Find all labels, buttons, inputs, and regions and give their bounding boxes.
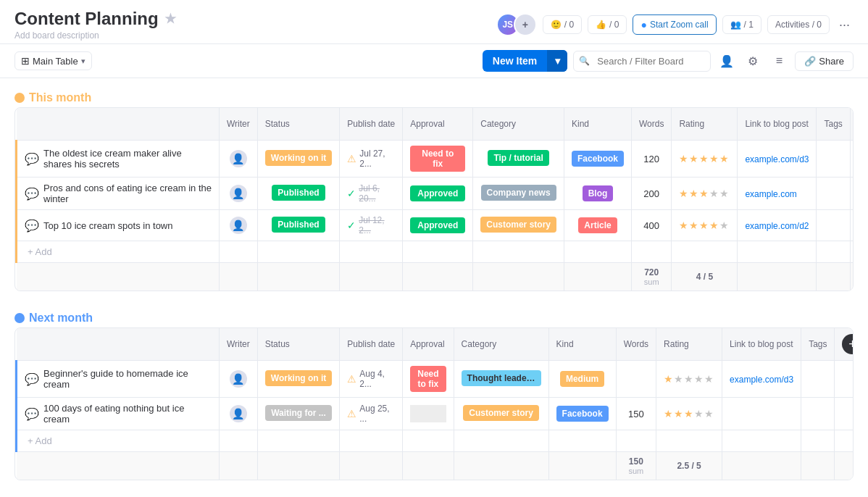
main-table-button[interactable]: ⊞ Main Table ▾ [14, 51, 92, 70]
row-status-cell[interactable]: Waiting for ... [257, 398, 339, 430]
star-icon[interactable]: ★ [164, 11, 176, 27]
search-input[interactable] [573, 51, 711, 72]
row-writer-cell: 👤 [220, 141, 258, 178]
row-approval-cell[interactable]: Approved [403, 210, 473, 241]
kind-badge: Facebook [572, 151, 624, 167]
th-add-column[interactable]: + [835, 328, 854, 361]
row-status-cell[interactable]: Working on it [257, 361, 339, 398]
avatar-plus[interactable]: + [514, 13, 537, 36]
filter-icon[interactable]: ≡ [769, 51, 789, 71]
writer-avatar[interactable]: 👤 [230, 217, 247, 234]
settings-icon[interactable]: ⚙ [743, 51, 763, 71]
row-approval-cell[interactable]: Need to fix [403, 141, 473, 178]
star-filled-icon: ★ [699, 153, 709, 164]
row-rating-cell[interactable]: ★★★★★ [672, 178, 738, 210]
row-tags-cell[interactable] [801, 361, 835, 398]
comment-icon[interactable]: 💬 [25, 219, 39, 233]
row-link-cell[interactable]: example.com/d3 [722, 361, 801, 398]
blog-link[interactable]: example.com [745, 189, 796, 199]
star-filled-icon: ★ [719, 153, 730, 164]
star-empty-icon: ★ [719, 188, 730, 199]
row-rating-cell[interactable]: ★★★★★ [656, 398, 722, 430]
row-category-cell[interactable]: Tip / tutorial [473, 141, 564, 178]
new-item-dropdown-icon[interactable]: ▾ [547, 50, 567, 72]
writer-avatar[interactable]: 👤 [230, 150, 247, 167]
row-category-cell[interactable]: Customer story [454, 398, 548, 430]
add-row-cell[interactable]: + Add [17, 241, 220, 263]
row-rating-cell[interactable]: ★★★★★ [656, 361, 722, 398]
star-filled-icon: ★ [679, 153, 689, 164]
publish-date-text: Jul 12, 2... [359, 215, 395, 235]
zoom-button[interactable]: ● Start Zoom call [633, 14, 716, 35]
add-row-tags [801, 430, 835, 452]
row-publish-cell[interactable]: ⚠Jul 27, 2... [340, 141, 403, 178]
likes-button[interactable]: 👍 / 0 [588, 15, 627, 34]
writer-avatar[interactable]: 👤 [230, 405, 247, 422]
row-link-cell[interactable]: example.com [738, 178, 817, 210]
add-row-cell[interactable]: + Add [17, 430, 220, 452]
add-column-button[interactable]: + [842, 334, 854, 354]
person-filter-icon[interactable]: 👤 [717, 51, 737, 71]
row-writer-cell: 👤 [220, 178, 258, 210]
add-row[interactable]: + Add [17, 430, 854, 452]
more-button[interactable]: ··· [835, 14, 854, 36]
star-empty-icon: ★ [684, 373, 694, 385]
row-publish-cell[interactable]: ✓Jul 6, 20... [340, 178, 403, 210]
approval-badge: Approved [410, 185, 465, 201]
board-description[interactable]: Add board description [14, 30, 176, 41]
summary-approval [403, 452, 454, 480]
row-rating-cell[interactable]: ★★★★★ [672, 141, 738, 178]
reactions-button[interactable]: 🙂 / 0 [543, 15, 582, 34]
new-item-button[interactable]: New Item ▾ [483, 50, 567, 72]
row-approval-cell[interactable]: Need to fix [403, 361, 454, 398]
comment-icon[interactable]: 💬 [25, 372, 39, 386]
th-words: Words [616, 328, 656, 361]
activities-button[interactable]: Activities / 0 [767, 15, 830, 34]
row-approval-cell[interactable] [403, 398, 454, 430]
row-status-cell[interactable]: Published [257, 178, 339, 210]
row-category-cell[interactable]: Customer story [473, 210, 564, 241]
row-approval-cell[interactable]: Approved [403, 178, 473, 210]
row-link-cell[interactable] [722, 398, 801, 430]
row-kind-cell[interactable]: Blog [564, 178, 631, 210]
add-row[interactable]: + Add [17, 241, 854, 263]
row-kind-cell[interactable]: Medium [548, 361, 616, 398]
row-add-cell [850, 210, 854, 241]
star-filled-icon: ★ [679, 220, 689, 231]
row-tags-cell[interactable] [817, 210, 850, 241]
row-publish-cell[interactable]: ⚠Aug 4, 2... [340, 361, 403, 398]
comment-icon[interactable]: 💬 [25, 152, 39, 166]
comment-icon[interactable]: 💬 [25, 407, 39, 421]
avatar-group[interactable]: JS + [496, 13, 537, 36]
row-status-cell[interactable]: Published [257, 210, 339, 241]
th-add-column[interactable]: + [850, 108, 854, 141]
row-category-cell[interactable]: Thought leader... [454, 361, 548, 398]
writer-avatar[interactable]: 👤 [230, 185, 247, 202]
row-publish-cell[interactable]: ✓Jul 12, 2... [340, 210, 403, 241]
guests-button[interactable]: 👥 / 1 [722, 15, 761, 34]
row-tags-cell[interactable] [817, 141, 850, 178]
writer-avatar[interactable]: 👤 [230, 370, 247, 388]
summary-name [17, 263, 220, 291]
row-link-cell[interactable]: example.com/d2 [738, 210, 817, 241]
header-left: Content Planning ★ Add board description [14, 9, 176, 41]
share-button[interactable]: 🔗 Share [795, 51, 854, 71]
blog-link[interactable]: example.com/d3 [730, 375, 793, 385]
row-kind-cell[interactable]: Article [564, 210, 631, 241]
row-tags-cell[interactable] [817, 178, 850, 210]
row-name-cell: 💬 Top 10 ice cream spots in town [17, 210, 220, 241]
row-rating-cell[interactable]: ★★★★★ [672, 210, 738, 241]
row-status-cell[interactable]: Working on it [257, 141, 339, 178]
publish-date-text: Aug 4, 2... [359, 369, 395, 389]
row-kind-cell[interactable]: Facebook [548, 398, 616, 430]
row-publish-cell[interactable]: ⚠Aug 25, ... [340, 398, 403, 430]
blog-link[interactable]: example.com/d2 [745, 221, 809, 231]
comment-icon[interactable]: 💬 [25, 187, 39, 201]
row-category-cell[interactable]: Company news [473, 178, 564, 210]
row-tags-cell[interactable] [801, 398, 835, 430]
add-row-link [738, 241, 817, 263]
row-link-cell[interactable]: example.com/d3 [738, 141, 817, 178]
board-title: Content Planning [14, 9, 159, 29]
blog-link[interactable]: example.com/d3 [745, 154, 809, 164]
row-kind-cell[interactable]: Facebook [564, 141, 631, 178]
